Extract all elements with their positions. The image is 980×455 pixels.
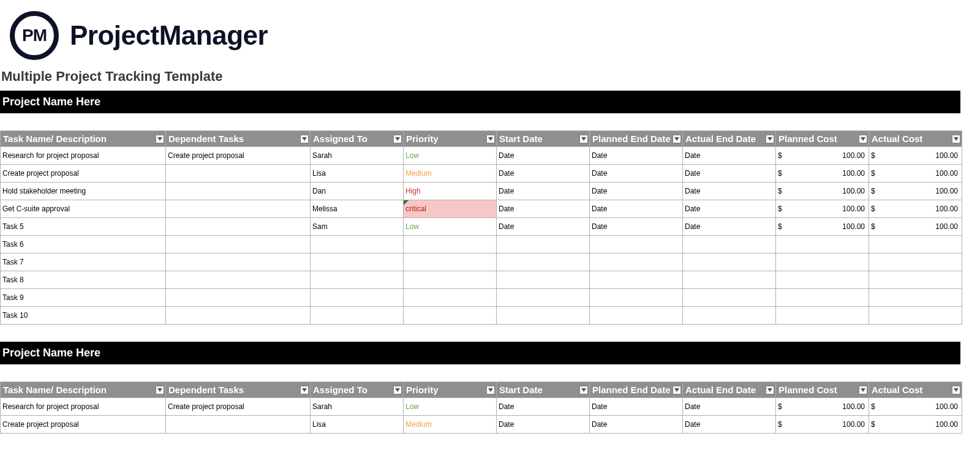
cell-dependent[interactable]	[166, 236, 311, 254]
column-header[interactable]: Actual End Date	[683, 131, 776, 147]
cell-planned-end-date[interactable]: Date	[590, 147, 683, 165]
project-section-title[interactable]: Project Name Here	[0, 342, 960, 364]
cell-actual-cost[interactable]: $100.00	[869, 200, 962, 218]
cell-actual-cost[interactable]: $100.00	[869, 165, 962, 182]
cell-start-date[interactable]: Date	[497, 416, 590, 434]
cell-actual-end-date[interactable]	[683, 307, 776, 325]
cell-planned-cost[interactable]: $100.00	[776, 416, 869, 434]
cell-assigned[interactable]: Sam	[311, 218, 404, 236]
cell-planned-cost[interactable]: $100.00	[776, 147, 869, 165]
column-header[interactable]: Assigned To	[311, 382, 404, 398]
cell-dependent[interactable]	[166, 289, 311, 307]
cell-actual-end-date[interactable]	[683, 289, 776, 307]
cell-task[interactable]: Research for project proposal	[1, 147, 166, 165]
cell-dependent[interactable]	[166, 416, 311, 434]
cell-planned-end-date[interactable]: Date	[590, 165, 683, 182]
cell-start-date[interactable]	[497, 254, 590, 271]
cell-priority[interactable]	[404, 307, 497, 325]
column-header[interactable]: Assigned To	[311, 131, 404, 147]
cell-actual-cost[interactable]: $100.00	[869, 182, 962, 200]
filter-dropdown-icon[interactable]	[673, 386, 681, 394]
cell-assigned[interactable]: Lisa	[311, 165, 404, 182]
cell-task[interactable]: Task 7	[1, 254, 166, 271]
cell-priority[interactable]: Medium	[404, 165, 497, 182]
cell-assigned[interactable]: Dan	[311, 182, 404, 200]
filter-dropdown-icon[interactable]	[579, 386, 588, 394]
column-header[interactable]: Priority	[404, 131, 497, 147]
cell-start-date[interactable]: Date	[497, 182, 590, 200]
cell-actual-cost[interactable]	[869, 307, 962, 325]
filter-dropdown-icon[interactable]	[579, 135, 588, 143]
cell-dependent[interactable]: Create project proposal	[166, 147, 311, 165]
column-header[interactable]: Planned End Date	[590, 382, 683, 398]
column-header[interactable]: Priority	[404, 382, 497, 398]
column-header[interactable]: Task Name/ Description	[1, 382, 166, 398]
column-header[interactable]: Actual Cost	[869, 131, 962, 147]
cell-assigned[interactable]: Sarah	[311, 147, 404, 165]
cell-actual-end-date[interactable]	[683, 271, 776, 289]
cell-actual-end-date[interactable]: Date	[683, 165, 776, 182]
cell-start-date[interactable]: Date	[497, 147, 590, 165]
cell-start-date[interactable]: Date	[497, 165, 590, 182]
cell-actual-cost[interactable]: $100.00	[869, 218, 962, 236]
cell-planned-end-date[interactable]: Date	[590, 218, 683, 236]
cell-actual-end-date[interactable]: Date	[683, 200, 776, 218]
column-header[interactable]: Start Date	[497, 131, 590, 147]
filter-dropdown-icon[interactable]	[300, 386, 309, 394]
filter-dropdown-icon[interactable]	[156, 386, 164, 394]
cell-priority[interactable]	[404, 236, 497, 254]
cell-priority[interactable]: High	[404, 182, 497, 200]
cell-planned-cost[interactable]: $100.00	[776, 398, 869, 416]
cell-planned-end-date[interactable]: Date	[590, 182, 683, 200]
cell-assigned[interactable]	[311, 236, 404, 254]
cell-dependent[interactable]	[166, 165, 311, 182]
filter-dropdown-icon[interactable]	[393, 386, 402, 394]
column-header[interactable]: Planned End Date	[590, 131, 683, 147]
cell-dependent[interactable]	[166, 218, 311, 236]
cell-dependent[interactable]	[166, 182, 311, 200]
cell-actual-end-date[interactable]: Date	[683, 398, 776, 416]
filter-dropdown-icon[interactable]	[486, 135, 495, 143]
cell-task[interactable]: Task 9	[1, 289, 166, 307]
cell-actual-end-date[interactable]: Date	[683, 416, 776, 434]
cell-actual-cost[interactable]	[869, 271, 962, 289]
cell-start-date[interactable]: Date	[497, 218, 590, 236]
project-section-title[interactable]: Project Name Here	[0, 91, 960, 113]
cell-dependent[interactable]: Create project proposal	[166, 398, 311, 416]
cell-planned-end-date[interactable]	[590, 271, 683, 289]
cell-planned-cost[interactable]	[776, 236, 869, 254]
cell-actual-cost[interactable]	[869, 236, 962, 254]
cell-task[interactable]: Task 10	[1, 307, 166, 325]
cell-start-date[interactable]	[497, 271, 590, 289]
cell-task[interactable]: Research for project proposal	[1, 398, 166, 416]
cell-actual-cost[interactable]	[869, 254, 962, 271]
cell-priority[interactable]: Medium	[404, 416, 497, 434]
cell-planned-end-date[interactable]	[590, 307, 683, 325]
cell-assigned[interactable]	[311, 307, 404, 325]
cell-task[interactable]: Get C-suite approval	[1, 200, 166, 218]
cell-planned-cost[interactable]	[776, 307, 869, 325]
column-header[interactable]: Task Name/ Description	[1, 131, 166, 147]
cell-task[interactable]: Task 8	[1, 271, 166, 289]
cell-planned-cost[interactable]: $100.00	[776, 182, 869, 200]
cell-assigned[interactable]	[311, 254, 404, 271]
cell-priority[interactable]: Low	[404, 147, 497, 165]
cell-planned-end-date[interactable]	[590, 254, 683, 271]
cell-task[interactable]: Task 5	[1, 218, 166, 236]
cell-priority[interactable]	[404, 271, 497, 289]
cell-assigned[interactable]: Sarah	[311, 398, 404, 416]
cell-task[interactable]: Hold stakeholder meeting	[1, 182, 166, 200]
filter-dropdown-icon[interactable]	[952, 135, 960, 143]
column-header[interactable]: Actual End Date	[683, 382, 776, 398]
filter-dropdown-icon[interactable]	[952, 386, 960, 394]
cell-actual-end-date[interactable]	[683, 236, 776, 254]
cell-dependent[interactable]	[166, 254, 311, 271]
cell-actual-end-date[interactable]: Date	[683, 147, 776, 165]
cell-actual-end-date[interactable]: Date	[683, 182, 776, 200]
cell-planned-cost[interactable]: $100.00	[776, 218, 869, 236]
cell-start-date[interactable]: Date	[497, 200, 590, 218]
cell-priority[interactable]: Low	[404, 218, 497, 236]
cell-actual-cost[interactable]: $100.00	[869, 398, 962, 416]
filter-dropdown-icon[interactable]	[673, 135, 681, 143]
cell-actual-cost[interactable]: $100.00	[869, 147, 962, 165]
